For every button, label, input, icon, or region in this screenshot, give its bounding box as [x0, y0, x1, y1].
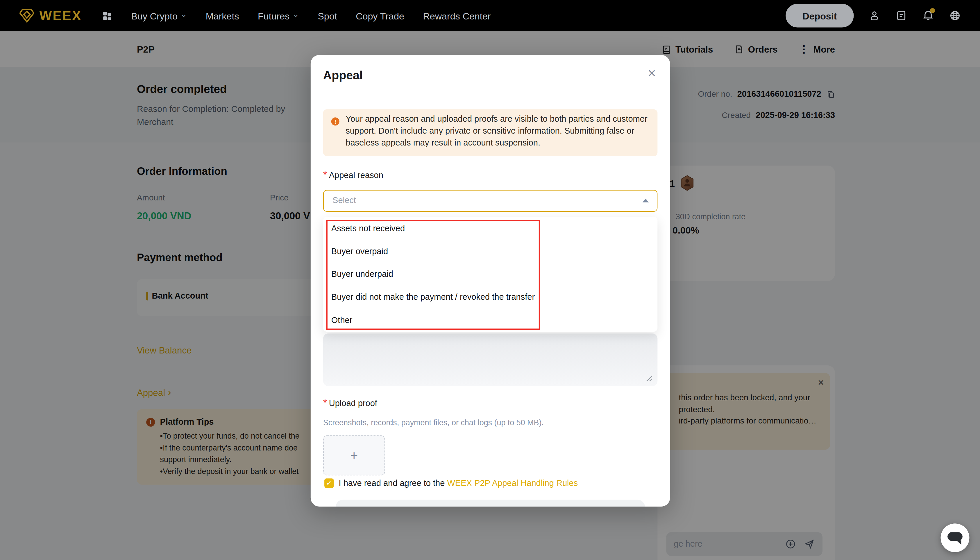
- nav-item-markets[interactable]: Markets: [206, 10, 239, 21]
- nav-right: Deposit: [786, 4, 961, 28]
- weex-logo-text: WEEX: [39, 8, 82, 23]
- nav-item-rewards-center[interactable]: Rewards Center: [423, 10, 491, 21]
- agree-checkbox[interactable]: ✓: [324, 478, 334, 488]
- appeal-warning-box: ! Your appeal reason and uploaded proofs…: [323, 109, 658, 156]
- appeal-warning-text: Your appeal reason and uploaded proofs a…: [346, 113, 653, 149]
- modal-title: Appeal: [323, 69, 363, 82]
- upload-proof-dropzone[interactable]: +: [323, 435, 385, 475]
- resize-handle[interactable]: [646, 375, 653, 382]
- warning-icon: !: [331, 117, 339, 125]
- dropdown-option-no-payment[interactable]: Buyer did not make the payment / revoked…: [323, 286, 658, 309]
- upload-proof-hint: Screenshots, records, payment files, or …: [323, 418, 544, 427]
- chevron-down-icon: ⌄: [293, 12, 299, 17]
- agree-row: ✓ I have read and agree to the WEEX P2P …: [324, 478, 578, 488]
- nav-item-copy-trade[interactable]: Copy Trade: [356, 10, 404, 21]
- language-globe-icon[interactable]: [948, 9, 961, 22]
- nav-item-buy-crypto[interactable]: Buy Crypto ⌄: [131, 10, 187, 21]
- dropdown-option-assets-not-received[interactable]: Assets not received: [323, 217, 658, 240]
- select-placeholder: Select: [332, 195, 356, 205]
- appeal-rules-link[interactable]: WEEX P2P Appeal Handling Rules: [447, 478, 578, 488]
- close-icon[interactable]: ✕: [647, 67, 656, 80]
- submit-button-partial[interactable]: [336, 500, 645, 507]
- dropdown-option-buyer-underpaid[interactable]: Buyer underpaid: [323, 263, 658, 285]
- appeal-reason-select[interactable]: Select: [323, 190, 658, 212]
- appeal-reason-dropdown: Assets not received Buyer overpaid Buyer…: [323, 217, 658, 332]
- chevron-down-icon: ⌄: [181, 12, 187, 17]
- nav-item-futures[interactable]: Futures ⌄: [258, 10, 299, 21]
- notification-badge: [930, 8, 935, 13]
- appeal-modal: Appeal ✕ ! Your appeal reason and upload…: [311, 55, 670, 507]
- profile-icon[interactable]: [868, 9, 881, 22]
- appeal-reason-label: *Appeal reason: [323, 169, 383, 181]
- chat-bubble-icon: [947, 532, 963, 541]
- nav-item-spot[interactable]: Spot: [318, 10, 337, 21]
- plus-icon: +: [350, 448, 358, 463]
- support-chat-icon[interactable]: [895, 9, 908, 22]
- page: WEEX Buy Crypto ⌄ Markets Futures ⌄ Spo: [0, 0, 980, 560]
- nav-menu: Buy Crypto ⌄ Markets Futures ⌄ Spot Copy…: [102, 10, 491, 21]
- upload-proof-label: *Upload proof: [323, 397, 377, 409]
- weex-logo-icon: [19, 8, 35, 23]
- dropdown-option-other[interactable]: Other: [323, 309, 658, 332]
- chevron-up-icon: [643, 199, 649, 202]
- notifications-bell-icon[interactable]: [922, 9, 934, 22]
- appeal-description-textarea[interactable]: [323, 333, 658, 386]
- dropdown-option-buyer-overpaid[interactable]: Buyer overpaid: [323, 240, 658, 263]
- weex-logo[interactable]: WEEX: [19, 8, 82, 23]
- chat-fab-button[interactable]: [941, 523, 970, 552]
- top-navbar: WEEX Buy Crypto ⌄ Markets Futures ⌄ Spo: [0, 0, 980, 32]
- deposit-button[interactable]: Deposit: [786, 4, 853, 28]
- agree-text: I have read and agree to the: [339, 478, 447, 488]
- apps-grid-icon[interactable]: [102, 10, 112, 21]
